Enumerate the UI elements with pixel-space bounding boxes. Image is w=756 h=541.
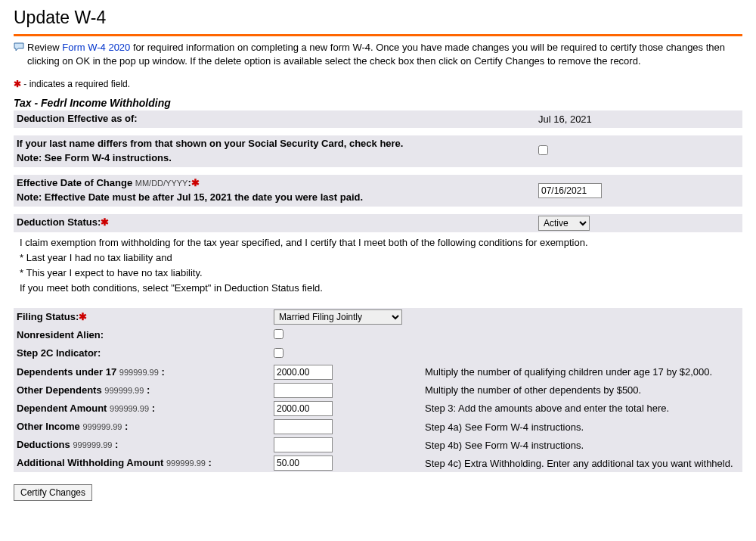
asterisk-icon: ✱ xyxy=(191,177,200,188)
info-banner: Review Form W-4 2020 for required inform… xyxy=(14,39,742,74)
asterisk-icon: ✱ xyxy=(14,79,21,89)
row-lastname-diff: If your last name differs from that show… xyxy=(14,135,742,167)
effective-date-note: Note: Effective Date must be after Jul 1… xyxy=(17,191,363,203)
exempt-line4: If you meet both conditions, select "Exe… xyxy=(20,281,736,296)
deductions-help: Step 4b) See Form W-4 instructions. xyxy=(422,438,742,452)
page-title: Update W-4 xyxy=(14,8,742,28)
certify-changes-button[interactable]: Certify Changes xyxy=(14,484,92,501)
row-effective-date: Effective Date of Change MM/DD/YYYY:✱ No… xyxy=(14,175,742,207)
dep-under17-help: Multiply the number of qualifying childr… xyxy=(422,365,742,379)
nonresident-checkbox[interactable] xyxy=(274,329,284,339)
step2c-checkbox[interactable] xyxy=(274,348,284,358)
filing-status-text: Filing Status: xyxy=(17,311,79,322)
exempt-line1: I claim exemption from withholding for t… xyxy=(20,235,736,250)
lastname-diff-checkbox[interactable] xyxy=(538,145,548,155)
deduction-effective-label: Deduction Effective as of: xyxy=(14,110,535,128)
deduction-effective-value: Jul 16, 2021 xyxy=(535,112,756,126)
lastname-diff-main: If your last name differs from that show… xyxy=(17,138,403,149)
effective-date-label: Effective Date of Change MM/DD/YYYY:✱ No… xyxy=(14,175,535,207)
row-step2c: Step 2C Indicator: xyxy=(14,344,742,362)
banner-suffix: for required information on completing a… xyxy=(27,42,725,67)
effective-date-input[interactable] xyxy=(538,183,602,198)
row-additional: Additional Withholding Amount 999999.99 … xyxy=(14,454,742,472)
effective-date-main: Effective Date of Change xyxy=(17,177,132,188)
row-other-dep: Other Dependents 999999.99 : Multiply th… xyxy=(14,381,742,400)
row-deductions: Deductions 999999.99 : Step 4b) See Form… xyxy=(14,436,742,454)
deduction-status-label: Deduction Status:✱ xyxy=(14,214,535,232)
deduction-status-text: Deduction Status: xyxy=(17,216,101,228)
dep-under17-label: Dependents under 17 999999.99 : xyxy=(14,363,271,381)
lastname-diff-note: Note: See Form W-4 instructions. xyxy=(17,152,172,163)
row-filing-status: Filing Status:✱ SingleMarried Filing Joi… xyxy=(14,308,742,326)
dep-amount-input[interactable] xyxy=(274,401,333,416)
additional-label: Additional Withholding Amount 999999.99 … xyxy=(14,454,271,472)
exempt-block: I claim exemption from withholding for t… xyxy=(14,232,742,301)
banner-prefix: Review xyxy=(27,42,62,53)
row-dep-amount: Dependent Amount 999999.99 : Step 3: Add… xyxy=(14,400,742,418)
row-deduction-status: Deduction Status:✱ ActiveExempt xyxy=(14,214,742,232)
deduction-status-select[interactable]: ActiveExempt xyxy=(538,216,590,231)
exempt-line2: * Last year I had no tax liability and xyxy=(20,250,736,266)
other-income-input[interactable] xyxy=(274,419,333,434)
dep-amount-label: Dependent Amount 999999.99 : xyxy=(14,400,271,418)
deductions-label: Deductions 999999.99 : xyxy=(14,436,271,454)
other-dep-help: Multiply the number of other dependents … xyxy=(422,383,742,397)
section-title: Tax - Fedrl Income Withholding xyxy=(14,97,742,109)
info-banner-text: Review Form W-4 2020 for required inform… xyxy=(27,41,742,68)
speech-bubble-icon xyxy=(14,42,24,51)
lastname-diff-label: If your last name differs from that show… xyxy=(14,135,535,167)
row-nonresident: Nonresident Alien: xyxy=(14,326,742,344)
additional-help: Step 4c) Extra Withholding. Enter any ad… xyxy=(422,456,742,471)
required-note: ✱ - indicates a required field. xyxy=(14,79,742,89)
row-dep-under17: Dependents under 17 999999.99 : Multiply… xyxy=(14,363,742,381)
other-income-help: Step 4a) See Form W-4 instructions. xyxy=(422,420,742,434)
other-income-label: Other Income 999999.99 : xyxy=(14,418,271,436)
effective-date-hint: MM/DD/YYYY xyxy=(135,179,188,188)
dep-amount-help: Step 3: Add the amounts above and enter … xyxy=(422,401,742,415)
other-dep-input[interactable] xyxy=(274,383,333,398)
row-deduction-effective: Deduction Effective as of: Jul 16, 2021 xyxy=(14,110,742,128)
filing-status-select[interactable]: SingleMarried Filing JointlyHead of Hous… xyxy=(274,309,402,325)
nonresident-label: Nonresident Alien: xyxy=(14,326,271,344)
asterisk-icon: ✱ xyxy=(79,311,87,322)
deductions-input[interactable] xyxy=(274,437,333,452)
step2c-label: Step 2C Indicator: xyxy=(14,344,271,362)
additional-input[interactable] xyxy=(274,455,333,471)
other-dep-label: Other Dependents 999999.99 : xyxy=(14,381,271,400)
row-other-income: Other Income 999999.99 : Step 4a) See Fo… xyxy=(14,418,742,436)
filing-status-label: Filing Status:✱ xyxy=(14,308,271,326)
divider-orange xyxy=(14,34,742,36)
required-note-text: - indicates a required field. xyxy=(21,79,130,89)
form-w4-link[interactable]: Form W-4 2020 xyxy=(62,42,130,53)
dep-under17-input[interactable] xyxy=(274,365,333,380)
asterisk-icon: ✱ xyxy=(101,216,109,228)
exempt-line3: * This year I expect to have no tax liab… xyxy=(20,266,736,281)
